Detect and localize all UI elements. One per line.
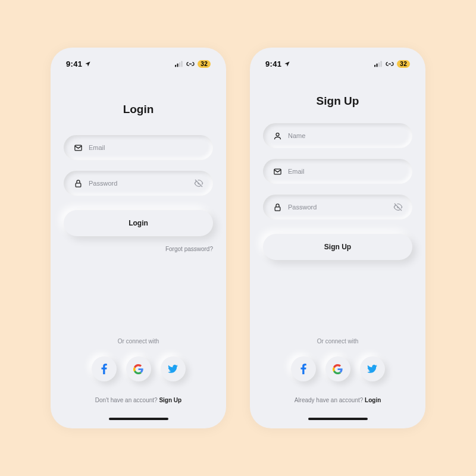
lock-icon (273, 202, 282, 212)
location-arrow-icon (284, 61, 290, 67)
svg-rect-9 (381, 61, 382, 67)
facebook-button[interactable] (92, 356, 117, 381)
user-icon (273, 131, 282, 140)
login-button-label: Login (129, 219, 148, 227)
battery-indicator: 32 (397, 60, 410, 68)
twitter-button[interactable] (360, 356, 385, 381)
lock-icon (73, 178, 83, 188)
twitter-icon (367, 365, 377, 373)
facebook-button[interactable] (291, 356, 316, 381)
status-right: 32 (175, 60, 211, 68)
facebook-icon (101, 364, 107, 374)
google-button[interactable] (325, 356, 350, 381)
login-link[interactable]: Login (365, 397, 381, 403)
password-placeholder: Password (288, 203, 387, 211)
email-placeholder: Email (89, 144, 203, 151)
mail-icon (73, 143, 83, 152)
svg-rect-3 (181, 61, 183, 67)
svg-rect-2 (179, 62, 180, 67)
login-title: Login (64, 103, 213, 116)
location-arrow-icon (84, 61, 91, 67)
connect-label: Or connect with (64, 338, 213, 345)
social-buttons (64, 356, 213, 381)
password-input[interactable]: Password (64, 171, 213, 196)
battery-indicator: 32 (198, 60, 211, 68)
status-bar: 9:41 32 (64, 58, 213, 70)
svg-rect-1 (177, 64, 178, 67)
status-bar: 9:41 32 (263, 58, 412, 70)
social-buttons (263, 356, 412, 381)
twitter-icon (168, 365, 178, 373)
email-input[interactable]: Email (64, 135, 213, 160)
svg-point-10 (276, 133, 279, 136)
status-time: 9:41 (66, 60, 82, 68)
svg-rect-6 (374, 65, 375, 67)
status-right: 32 (374, 60, 410, 68)
mail-icon (273, 167, 282, 176)
signup-link[interactable]: Sign Up (159, 397, 181, 403)
svg-rect-7 (377, 64, 378, 67)
status-time: 9:41 (265, 60, 281, 68)
forgot-password-link[interactable]: Forgot password? (64, 246, 213, 252)
status-left: 9:41 (66, 60, 91, 68)
signal-icon (374, 61, 383, 67)
svg-rect-5 (76, 183, 81, 186)
signal-icon (175, 61, 183, 67)
svg-rect-0 (175, 65, 176, 67)
svg-rect-12 (275, 206, 280, 210)
connect-label: Or connect with (263, 338, 412, 345)
google-icon (133, 364, 143, 374)
footer-text: Don't have an account? Sign Up (64, 397, 213, 403)
signup-button-label: Sign Up (324, 243, 351, 251)
eye-off-icon[interactable] (393, 202, 403, 212)
password-input[interactable]: Password (263, 195, 412, 220)
footer-prompt: Don't have an account? (95, 397, 159, 403)
phone-signup: 9:41 32 Sign Up Name Email (250, 48, 425, 428)
name-input[interactable]: Name (263, 123, 412, 148)
home-indicator[interactable] (109, 418, 168, 420)
email-placeholder: Email (288, 168, 403, 175)
name-placeholder: Name (288, 132, 403, 139)
facebook-icon (300, 364, 306, 374)
link-icon (186, 61, 195, 67)
password-placeholder: Password (89, 180, 188, 187)
home-indicator[interactable] (308, 418, 368, 420)
google-icon (333, 364, 343, 374)
svg-rect-8 (378, 62, 380, 67)
google-button[interactable] (126, 356, 151, 381)
footer-text: Already have an account? Login (263, 397, 412, 403)
signup-button[interactable]: Sign Up (263, 234, 412, 260)
email-input[interactable]: Email (263, 159, 412, 184)
footer-prompt: Already have an account? (295, 397, 365, 403)
link-icon (385, 61, 394, 67)
eye-off-icon[interactable] (194, 178, 203, 188)
twitter-button[interactable] (161, 356, 186, 381)
phone-login: 9:41 32 Login Email Password (51, 48, 226, 428)
login-button[interactable]: Login (64, 210, 213, 236)
status-left: 9:41 (265, 60, 290, 68)
signup-title: Sign Up (263, 95, 412, 108)
